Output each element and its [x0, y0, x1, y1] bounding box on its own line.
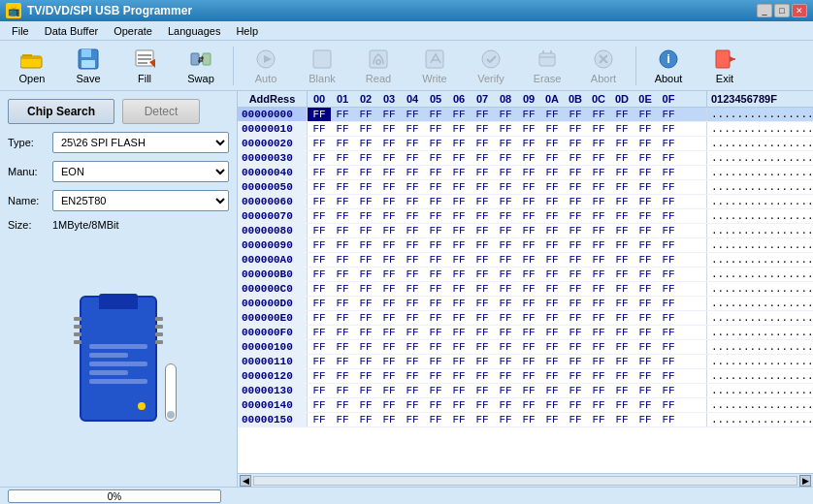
hex-cell[interactable]: FF	[308, 151, 331, 165]
hex-cell[interactable]: FF	[308, 238, 331, 252]
hex-cell[interactable]: FF	[308, 384, 331, 397]
hex-cell[interactable]: FF	[540, 108, 564, 121]
hex-cell[interactable]: FF	[610, 151, 634, 165]
hex-cell[interactable]: FF	[494, 195, 517, 208]
hex-cell[interactable]: FF	[471, 297, 494, 310]
hex-cell[interactable]: FF	[517, 369, 540, 383]
hex-cell[interactable]: FF	[401, 209, 424, 223]
hex-cell[interactable]: FF	[540, 398, 564, 412]
hex-cell[interactable]: FF	[377, 413, 401, 426]
hex-cell[interactable]: FF	[424, 297, 447, 310]
hex-cell[interactable]: FF	[517, 398, 540, 412]
hex-cell[interactable]: FF	[634, 180, 657, 194]
hex-cell[interactable]: FF	[401, 297, 424, 310]
hex-cell[interactable]: FF	[610, 137, 634, 150]
hex-cell[interactable]: FF	[424, 369, 447, 383]
hex-cell[interactable]: FF	[610, 195, 634, 208]
hex-cell[interactable]: FF	[354, 282, 377, 296]
hex-cell[interactable]: FF	[564, 137, 587, 150]
hex-cell[interactable]: FF	[634, 340, 657, 354]
hex-cell[interactable]: FF	[564, 209, 587, 223]
hex-cell[interactable]: FF	[587, 122, 610, 136]
hex-cell[interactable]: FF	[354, 297, 377, 310]
hex-cell[interactable]: FF	[634, 268, 657, 281]
hex-cell[interactable]: FF	[447, 282, 471, 296]
hex-cell[interactable]: FF	[377, 108, 401, 121]
hex-cell[interactable]: FF	[471, 253, 494, 267]
hex-cell[interactable]: FF	[610, 122, 634, 136]
hex-cell[interactable]: FF	[331, 384, 354, 397]
hex-cell[interactable]: FF	[517, 253, 540, 267]
hex-cell[interactable]: FF	[587, 413, 610, 426]
about-button[interactable]: i About	[642, 45, 695, 87]
hex-cell[interactable]: FF	[657, 355, 680, 368]
hex-cell[interactable]: FF	[634, 398, 657, 412]
hex-cell[interactable]: FF	[471, 282, 494, 296]
hex-cell[interactable]: FF	[447, 297, 471, 310]
hex-cell[interactable]: FF	[331, 224, 354, 237]
hex-cell[interactable]: FF	[377, 398, 401, 412]
hex-cell[interactable]: FF	[564, 180, 587, 194]
hex-cell[interactable]: FF	[377, 355, 401, 368]
hex-cell[interactable]: FF	[494, 398, 517, 412]
hex-cell[interactable]: FF	[424, 282, 447, 296]
hex-cell[interactable]: FF	[377, 137, 401, 150]
hex-cell[interactable]: FF	[331, 180, 354, 194]
erase-button[interactable]: Erase	[521, 45, 573, 87]
hex-cell[interactable]: FF	[354, 180, 377, 194]
hex-cell[interactable]: FF	[377, 238, 401, 252]
hex-cell[interactable]: FF	[331, 413, 354, 426]
hex-cell[interactable]: FF	[424, 224, 447, 237]
hex-cell[interactable]: FF	[587, 224, 610, 237]
hex-cell[interactable]: FF	[447, 151, 471, 165]
hex-cell[interactable]: FF	[424, 180, 447, 194]
hex-cell[interactable]: FF	[401, 151, 424, 165]
hex-cell[interactable]: FF	[657, 369, 680, 383]
menu-operate[interactable]: Operate	[106, 23, 160, 39]
open-button[interactable]: Open	[6, 45, 58, 87]
hex-cell[interactable]: FF	[610, 398, 634, 412]
hex-cell[interactable]: FF	[610, 282, 634, 296]
hex-cell[interactable]: FF	[377, 384, 401, 397]
hex-cell[interactable]: FF	[377, 209, 401, 223]
hex-cell[interactable]: FF	[331, 108, 354, 121]
hex-cell[interactable]: FF	[494, 340, 517, 354]
menu-languages[interactable]: Languages	[160, 23, 228, 39]
hex-cell[interactable]: FF	[494, 209, 517, 223]
hex-cell[interactable]: FF	[377, 369, 401, 383]
hex-cell[interactable]: FF	[517, 195, 540, 208]
hex-cell[interactable]: FF	[494, 108, 517, 121]
write-button[interactable]: Write	[408, 45, 461, 87]
blank-button[interactable]: Blank	[296, 45, 348, 87]
hex-cell[interactable]: FF	[610, 369, 634, 383]
hex-cell[interactable]: FF	[540, 297, 564, 310]
hex-cell[interactable]: FF	[610, 297, 634, 310]
hex-cell[interactable]: FF	[564, 166, 587, 179]
hex-cell[interactable]: FF	[587, 209, 610, 223]
hex-cell[interactable]: FF	[494, 151, 517, 165]
hex-cell[interactable]: FF	[517, 326, 540, 339]
hex-cell[interactable]: FF	[494, 297, 517, 310]
hex-cell[interactable]: FF	[634, 151, 657, 165]
hex-cell[interactable]: FF	[564, 355, 587, 368]
hex-cell[interactable]: FF	[494, 122, 517, 136]
hex-cell[interactable]: FF	[401, 108, 424, 121]
hex-cell[interactable]: FF	[308, 282, 331, 296]
hex-cell[interactable]: FF	[657, 282, 680, 296]
hex-cell[interactable]: FF	[331, 340, 354, 354]
hex-cell[interactable]: FF	[517, 137, 540, 150]
hex-cell[interactable]: FF	[540, 209, 564, 223]
hex-cell[interactable]: FF	[634, 384, 657, 397]
hex-cell[interactable]: FF	[447, 384, 471, 397]
hex-cell[interactable]: FF	[564, 238, 587, 252]
hex-cell[interactable]: FF	[540, 369, 564, 383]
hex-cell[interactable]: FF	[540, 166, 564, 179]
hex-cell[interactable]: FF	[657, 209, 680, 223]
hex-cell[interactable]: FF	[610, 355, 634, 368]
hex-cell[interactable]: FF	[331, 311, 354, 325]
hex-cell[interactable]: FF	[587, 384, 610, 397]
hex-cell[interactable]: FF	[401, 253, 424, 267]
hex-cell[interactable]: FF	[308, 137, 331, 150]
hex-cell[interactable]: FF	[634, 253, 657, 267]
hex-cell[interactable]: FF	[424, 166, 447, 179]
